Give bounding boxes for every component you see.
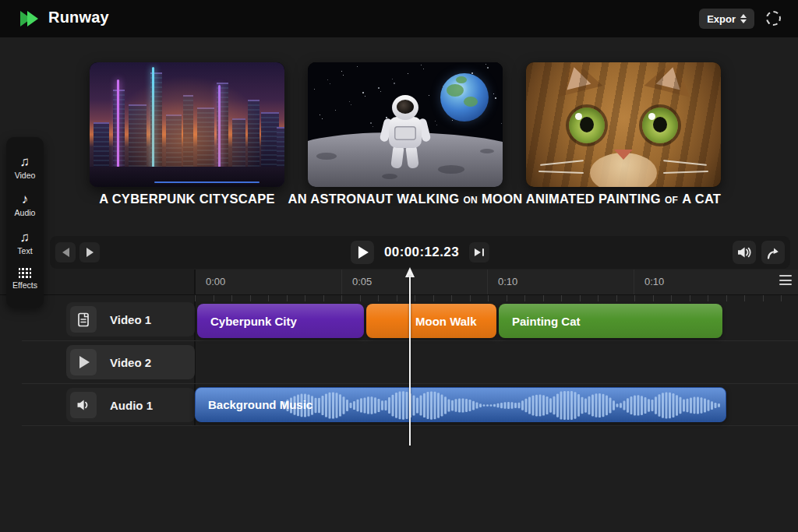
playhead[interactable] xyxy=(404,267,415,446)
track-name: Video 1 xyxy=(110,313,151,326)
play-button[interactable] xyxy=(351,241,374,264)
track-name: Audio 1 xyxy=(110,399,153,412)
share-arrow-icon xyxy=(766,246,780,259)
eighth-note-icon: ♪ xyxy=(22,192,29,206)
tool-sidebar: ♫ Video ♪ Audio ♫ Text Effects xyxy=(6,137,44,308)
step-forward-button[interactable] xyxy=(79,242,100,262)
preview-astronaut-thumbnail[interactable] xyxy=(308,62,503,187)
music-note-icon: ♫ xyxy=(20,231,30,244)
cat-eye xyxy=(569,107,605,143)
playhead-line xyxy=(409,276,411,446)
clip-painting-cat[interactable]: Painting Cat xyxy=(499,304,722,338)
grid-icon xyxy=(19,268,32,278)
app-title: Runway xyxy=(48,9,109,26)
runway-logo-icon xyxy=(20,11,44,26)
sidebar-item-video[interactable]: ♫ Video xyxy=(15,155,36,180)
chevron-up-down-icon xyxy=(740,14,747,23)
clip-cyberpunk-city[interactable]: Cyberpunk City xyxy=(197,304,364,338)
thumbnail-progress-bar xyxy=(154,181,260,183)
caption-cat: ANIMATED PAINTING OF A CAT xyxy=(526,192,721,206)
share-button[interactable] xyxy=(761,241,785,264)
timecode-display: 00:00:12.23 xyxy=(384,245,459,260)
timeline-ruler[interactable]: 0:00 0:05 0:10 0:10 xyxy=(195,270,798,294)
preview-cyberpunk-thumbnail[interactable] xyxy=(90,62,284,187)
earth-icon xyxy=(440,73,489,122)
play-icon xyxy=(358,246,369,259)
ruler-label: 0:00 xyxy=(206,276,225,287)
ruler-label: 0:10 xyxy=(644,276,664,287)
document-icon xyxy=(70,306,97,333)
sidebar-item-effects[interactable]: Effects xyxy=(12,268,37,290)
export-label: Expor xyxy=(707,13,736,25)
caption-cyberpunk: A CYBERPUNK CITYSCAPE xyxy=(90,192,284,206)
volume-button[interactable] xyxy=(733,241,756,264)
timeline-menu-icon[interactable] xyxy=(779,275,792,285)
top-bar: Runway Expor xyxy=(0,0,798,37)
transport-bar: 00:00:12.23 xyxy=(50,236,790,269)
track-header-video2[interactable]: Video 2 xyxy=(66,345,195,379)
ruler-divider xyxy=(0,294,798,295)
cat-nose xyxy=(614,150,633,160)
audio-waveform xyxy=(283,391,721,420)
ruler-label: 0:10 xyxy=(498,276,517,287)
music-note-icon: ♫ xyxy=(20,155,30,168)
triangle-left-icon xyxy=(62,248,69,257)
play-icon xyxy=(70,349,97,375)
cyberpunk-ground xyxy=(90,167,284,187)
clip-moon-walk[interactable]: Moon Walk xyxy=(366,304,496,338)
cat-eye xyxy=(642,107,678,143)
track-header-video1[interactable]: Video 1 xyxy=(66,302,195,336)
track-header-audio1[interactable]: Audio 1 xyxy=(66,388,195,422)
dashed-circle-settings-icon[interactable] xyxy=(766,11,781,26)
track-name: Video 2 xyxy=(110,356,151,369)
speaker-icon xyxy=(70,392,97,418)
clip-background-music[interactable]: Background Music xyxy=(195,387,726,422)
export-button[interactable]: Expor xyxy=(699,9,754,29)
runway-app: Runway Expor xyxy=(0,0,798,532)
skip-end-icon xyxy=(475,248,481,256)
caption-astronaut: AN ASTRONAUT WALKING ON MOON xyxy=(308,192,503,206)
triangle-right-icon xyxy=(87,248,94,257)
preview-cat-thumbnail[interactable] xyxy=(526,62,721,187)
ruler-label: 0:05 xyxy=(352,276,372,287)
step-back-button[interactable] xyxy=(55,242,76,262)
skip-to-end-button[interactable] xyxy=(469,242,489,262)
astronaut-figure xyxy=(382,95,429,173)
sidebar-item-audio[interactable]: ♪ Audio xyxy=(15,192,36,217)
sidebar-item-text[interactable]: ♫ Text xyxy=(17,231,32,255)
speaker-icon xyxy=(737,246,752,259)
